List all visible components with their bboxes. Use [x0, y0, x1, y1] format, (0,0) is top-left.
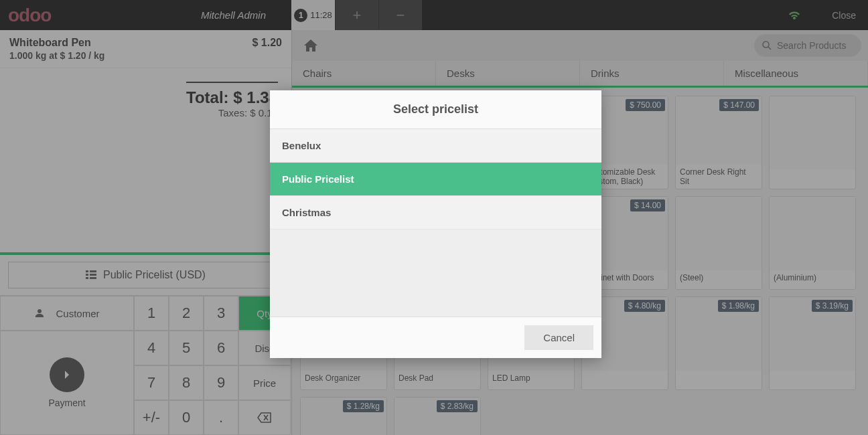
pricelist-option[interactable]: Public Pricelist [270, 163, 601, 196]
pricelist-option[interactable]: Benelux [270, 129, 601, 163]
cancel-button[interactable]: Cancel [524, 325, 593, 350]
pricelist-modal: Select pricelist BeneluxPublic Pricelist… [270, 90, 601, 358]
modal-title: Select pricelist [270, 90, 601, 129]
pricelist-option[interactable]: Christmas [270, 196, 601, 230]
